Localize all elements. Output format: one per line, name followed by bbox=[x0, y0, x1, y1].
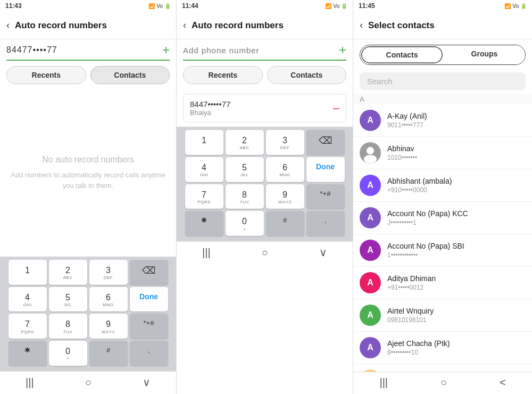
nav-menu-1[interactable]: ||| bbox=[26, 376, 34, 389]
key-0[interactable]: 0+ bbox=[49, 341, 87, 366]
key-7[interactable]: 7PQRS bbox=[9, 314, 47, 339]
page-title-2: Auto record numbers bbox=[192, 20, 284, 31]
page-title-1: Auto record numbers bbox=[15, 20, 107, 31]
contact-name-0: A-Kay (Anil) bbox=[387, 112, 427, 120]
status-icons-3: 📶 Vo 🔋 bbox=[504, 3, 527, 9]
key2-special-1[interactable]: *+# bbox=[306, 184, 345, 209]
back-button-3[interactable]: ‹ bbox=[360, 20, 363, 31]
nav-home-3[interactable]: ○ bbox=[440, 376, 447, 389]
tab-contacts-2[interactable]: Contacts bbox=[267, 66, 347, 84]
contact-item-0[interactable]: A A-Kay (Anil) 9011•••••777 bbox=[353, 104, 532, 137]
contact-item-8[interactable]: A A•••• (A•••••) bbox=[353, 364, 532, 372]
nav-back-2[interactable]: ∨ bbox=[319, 246, 327, 259]
nav-menu-2[interactable]: ||| bbox=[202, 247, 211, 259]
contact-phone-0: 9011•••••777 bbox=[387, 121, 427, 129]
contact-avatar-2: A bbox=[360, 175, 381, 196]
remove-contact-button[interactable]: – bbox=[333, 101, 339, 115]
key-5[interactable]: 5JKL bbox=[49, 287, 87, 312]
contact-item-2[interactable]: A Abhishant (ambala) +910•••••0000 bbox=[353, 169, 532, 202]
key2-comma[interactable]: , bbox=[306, 211, 345, 236]
contact-item-6[interactable]: A Airtel Wnquiry 09810198101 bbox=[353, 299, 532, 332]
status-time-3: 11:45 bbox=[359, 2, 375, 10]
saved-contact-entry: 8447•••••77 Bhaiya – bbox=[183, 94, 346, 122]
key2-9[interactable]: 9WXYZ bbox=[266, 184, 304, 209]
key2-2[interactable]: 2ABC bbox=[226, 130, 264, 155]
nav-back-3[interactable]: < bbox=[500, 376, 506, 389]
nav-menu-3[interactable]: ||| bbox=[379, 376, 388, 389]
contact-phone-4: 1•••••••••••• bbox=[387, 251, 464, 259]
tab-contacts-panel3[interactable]: Contacts bbox=[360, 45, 444, 64]
contact-item-3[interactable]: A Account No (Papa) KCC J••••••••••1 bbox=[353, 202, 532, 234]
key2-hash[interactable]: # bbox=[266, 211, 304, 236]
contact-name-2: Abhishant (ambala) bbox=[387, 177, 452, 185]
nav-home-1[interactable]: ○ bbox=[85, 376, 92, 389]
key-6[interactable]: 6MNO bbox=[89, 287, 128, 312]
done-key-2[interactable]: Done bbox=[306, 157, 345, 182]
key-4[interactable]: 4GHI bbox=[9, 287, 47, 312]
key2-7[interactable]: 7PQRS bbox=[185, 184, 223, 209]
status-bar-2: 11:44 📶 Vo 🔋 bbox=[177, 0, 353, 12]
key-row-2-3: 7PQRS 8TUV 9WXYZ *+# bbox=[179, 184, 351, 209]
key2-3[interactable]: 3DEF bbox=[266, 130, 304, 155]
key-row-1-4: ✱ 0+ # , bbox=[2, 341, 174, 366]
contact-avatar-7: A bbox=[360, 337, 381, 358]
key2-5[interactable]: 5JKL bbox=[226, 157, 264, 182]
status-icons-1: 📶 Vo 🔋 bbox=[148, 3, 171, 9]
nav-bar-2: ||| ○ ∨ bbox=[177, 241, 353, 264]
nav-home-2[interactable]: ○ bbox=[262, 247, 268, 259]
add-phone-button-2[interactable]: + bbox=[339, 43, 346, 58]
key-hash[interactable]: # bbox=[89, 341, 128, 366]
tab-recents-2[interactable]: Recents bbox=[183, 66, 263, 84]
tab-recents-1[interactable]: Recents bbox=[6, 66, 86, 84]
keyboard-2: 1 2ABC 3DEF ⌫ 4GHI 5JKL 6MNO Done 7PQRS … bbox=[177, 127, 353, 241]
contact-entry-name: Bhaiya bbox=[190, 109, 230, 117]
empty-sub-1: Add numbers to automatically record call… bbox=[11, 170, 165, 191]
back-button-1[interactable]: ‹ bbox=[6, 20, 10, 31]
backspace-key-2[interactable]: ⌫ bbox=[306, 130, 345, 155]
key-8[interactable]: 8TUV bbox=[49, 314, 87, 339]
done-key-1[interactable]: Done bbox=[130, 287, 168, 312]
contact-name-7: Ajeet Chacha (Ptk) bbox=[387, 339, 450, 348]
nav-back-1[interactable]: ∨ bbox=[143, 376, 151, 389]
key2-4[interactable]: 4GHI bbox=[185, 157, 223, 182]
search-bar[interactable]: Search bbox=[360, 72, 526, 90]
key-row-1-1: 1 2ABC 3DEF ⌫ bbox=[2, 260, 174, 285]
contact-info-7: Ajeet Chacha (Ptk) 8•••••••••10 bbox=[387, 339, 450, 356]
back-button-2[interactable]: ‹ bbox=[183, 20, 186, 31]
panel-1: 11:43 📶 Vo 🔋 ‹ Auto record numbers + Rec… bbox=[0, 0, 177, 394]
add-phone-button-1[interactable]: + bbox=[162, 43, 170, 58]
contact-name-1: Abhinav bbox=[387, 144, 417, 153]
key-star[interactable]: ✱ bbox=[9, 341, 47, 366]
contact-item-1[interactable]: Abhinav 1010••••••• bbox=[353, 137, 532, 169]
phone-input-1[interactable] bbox=[6, 45, 158, 55]
phone-input-2[interactable] bbox=[183, 46, 335, 55]
tab-groups-panel3[interactable]: Groups bbox=[444, 45, 525, 64]
contact-item-4[interactable]: A Account No (Papa) SBI 1•••••••••••• bbox=[353, 234, 532, 267]
empty-state-1: No auto record numbers Add numbers to au… bbox=[0, 89, 176, 257]
contact-phone-6: 09810198101 bbox=[387, 316, 434, 324]
contact-avatar-8: A bbox=[360, 370, 381, 372]
search-placeholder: Search bbox=[367, 77, 393, 86]
contact-item-5[interactable]: A Aditya Dhiman +91•••••0012 bbox=[353, 267, 532, 299]
section-a: A bbox=[353, 94, 532, 104]
key2-8[interactable]: 8TUV bbox=[226, 184, 264, 209]
contact-item-7[interactable]: A Ajeet Chacha (Ptk) 8•••••••••10 bbox=[353, 332, 532, 364]
tab-contacts-1[interactable]: Contacts bbox=[90, 66, 170, 84]
header-3: ‹ Select contacts bbox=[353, 12, 532, 39]
key-comma[interactable]: , bbox=[130, 341, 168, 366]
backspace-key-1[interactable]: ⌫ bbox=[130, 260, 168, 285]
key2-star[interactable]: ✱ bbox=[185, 211, 223, 236]
key-special-1[interactable]: *+# bbox=[130, 314, 168, 339]
contacts-tabs: Contacts Groups bbox=[360, 45, 526, 65]
contact-phone-1: 1010••••••• bbox=[387, 154, 417, 161]
key-2[interactable]: 2ABC bbox=[49, 260, 87, 285]
key2-1[interactable]: 1 bbox=[185, 130, 223, 155]
key2-0[interactable]: 0+ bbox=[226, 211, 264, 236]
contact-name-6: Airtel Wnquiry bbox=[387, 307, 434, 315]
header-1: ‹ Auto record numbers bbox=[0, 12, 176, 39]
key-9[interactable]: 9WXYZ bbox=[89, 314, 128, 339]
key-row-2-2: 4GHI 5JKL 6MNO Done bbox=[179, 157, 351, 182]
key-1[interactable]: 1 bbox=[9, 260, 47, 285]
key2-6[interactable]: 6MNO bbox=[266, 157, 304, 182]
key-3[interactable]: 3DEF bbox=[89, 260, 128, 285]
